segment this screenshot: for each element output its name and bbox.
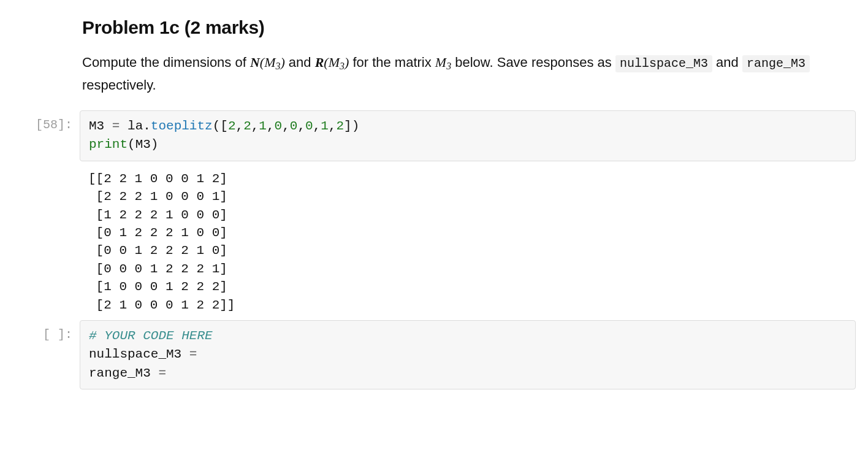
markdown-content: Problem 1c (2 marks) Compute the dimensi…: [80, 12, 856, 108]
code-input[interactable]: M3 = la.toeplitz([2,2,1,0,0,0,1,2]) prin…: [80, 110, 856, 161]
output-line: [0 0 0 1 2 2 2 1]: [88, 262, 227, 276]
output-cell-58: [[2 2 1 0 0 0 1 2] [2 2 2 1 0 0 0 1] [1 …: [0, 164, 868, 318]
math-m3: M3: [435, 55, 451, 70]
math-n-m3: N(M3): [250, 55, 285, 70]
text: respectively.: [82, 77, 156, 93]
output-line: [0 0 1 2 2 2 1 0]: [88, 243, 227, 258]
code-cell-empty: [ ]: # YOUR CODE HERE nullspace_M3 = ran…: [0, 320, 868, 389]
output-line: [2 1 0 0 0 1 2 2]]: [88, 298, 235, 312]
text: below. Save responses as: [451, 55, 615, 70]
output-line: [2 2 2 1 0 0 0 1]: [88, 190, 227, 204]
markdown-cell: Problem 1c (2 marks) Compute the dimensi…: [0, 12, 868, 108]
output-line: [1 0 0 0 1 2 2 2]: [88, 280, 227, 294]
stdout-output: [[2 2 1 0 0 0 1 2] [2 2 2 1 0 0 0 1] [1 …: [80, 164, 856, 318]
problem-text: Compute the dimensions of N(M3) and R(M3…: [82, 52, 853, 96]
output-line: [1 2 2 2 1 0 0 0]: [88, 208, 227, 222]
math-r-m3: R(M3): [315, 55, 349, 70]
code-input[interactable]: # YOUR CODE HERE nullspace_M3 = range_M3…: [80, 320, 856, 389]
prompt-empty: [12, 12, 80, 18]
inline-code-nullspace: nullspace_M3: [615, 55, 712, 72]
text: for the matrix: [349, 55, 435, 70]
code-cell-58: [58]: M3 = la.toeplitz([2,2,1,0,0,0,1,2]…: [0, 110, 868, 161]
text: and: [712, 55, 742, 70]
output-prompt-empty: [12, 164, 80, 170]
output-line: [0 1 2 2 2 1 0 0]: [88, 226, 227, 240]
input-prompt: [ ]:: [12, 320, 80, 342]
inline-code-range: range_M3: [742, 55, 810, 72]
input-prompt: [58]:: [12, 110, 80, 132]
text: Compute the dimensions of: [82, 55, 250, 70]
jupyter-notebook: Problem 1c (2 marks) Compute the dimensi…: [0, 0, 868, 414]
output-line: [[2 2 1 0 0 0 1 2]: [88, 172, 227, 186]
problem-title: Problem 1c (2 marks): [82, 17, 853, 38]
text: and: [285, 55, 315, 70]
